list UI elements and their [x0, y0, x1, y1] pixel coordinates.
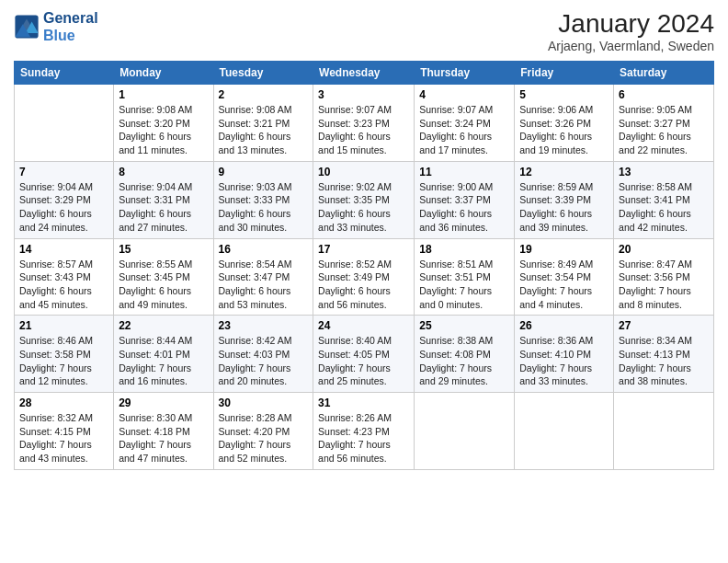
day-cell: 1Sunrise: 9:08 AMSunset: 3:20 PMDaylight… — [114, 85, 213, 162]
day-cell: 31Sunrise: 8:26 AMSunset: 4:23 PMDayligh… — [313, 393, 415, 470]
week-row-4: 21Sunrise: 8:46 AMSunset: 3:58 PMDayligh… — [15, 316, 714, 393]
day-cell: 26Sunrise: 8:36 AMSunset: 4:10 PMDayligh… — [515, 316, 614, 393]
day-number: 16 — [219, 243, 309, 256]
week-row-2: 7Sunrise: 9:04 AMSunset: 3:29 PMDaylight… — [15, 161, 714, 238]
day-number: 20 — [619, 243, 709, 256]
day-number: 31 — [318, 396, 409, 409]
day-info: Sunrise: 8:54 AMSunset: 3:47 PMDaylight:… — [219, 258, 309, 312]
day-info: Sunrise: 9:06 AMSunset: 3:26 PMDaylight:… — [519, 103, 609, 157]
day-info: Sunrise: 9:05 AMSunset: 3:27 PMDaylight:… — [619, 103, 709, 157]
day-cell: 25Sunrise: 8:38 AMSunset: 4:08 PMDayligh… — [415, 316, 515, 393]
day-cell: 15Sunrise: 8:55 AMSunset: 3:45 PMDayligh… — [114, 238, 213, 316]
day-cell: 3Sunrise: 9:07 AMSunset: 3:23 PMDaylight… — [313, 85, 415, 162]
day-info: Sunrise: 8:57 AMSunset: 3:43 PMDaylight:… — [19, 258, 108, 312]
day-cell: 6Sunrise: 9:05 AMSunset: 3:27 PMDaylight… — [614, 85, 714, 162]
day-number: 15 — [119, 243, 208, 256]
day-number: 10 — [318, 166, 409, 178]
day-number: 23 — [219, 319, 309, 332]
logo-text: General Blue — [43, 9, 98, 44]
day-info: Sunrise: 8:59 AMSunset: 3:39 PMDaylight:… — [519, 180, 609, 235]
day-cell — [415, 393, 515, 470]
day-cell: 7Sunrise: 9:04 AMSunset: 3:29 PMDaylight… — [15, 161, 114, 238]
day-info: Sunrise: 8:47 AMSunset: 3:56 PMDaylight:… — [619, 258, 709, 312]
col-header-thursday: Thursday — [415, 62, 515, 85]
day-cell: 27Sunrise: 8:34 AMSunset: 4:13 PMDayligh… — [614, 316, 714, 393]
day-cell — [515, 393, 614, 470]
day-info: Sunrise: 8:38 AMSunset: 4:08 PMDaylight:… — [419, 334, 509, 388]
day-cell — [614, 393, 714, 470]
day-info: Sunrise: 8:52 AMSunset: 3:49 PMDaylight:… — [318, 258, 409, 312]
day-cell: 5Sunrise: 9:06 AMSunset: 3:26 PMDaylight… — [515, 85, 614, 162]
week-row-5: 28Sunrise: 8:32 AMSunset: 4:15 PMDayligh… — [15, 393, 714, 470]
calendar-table: SundayMondayTuesdayWednesdayThursdayFrid… — [14, 61, 714, 470]
day-cell: 13Sunrise: 8:58 AMSunset: 3:41 PMDayligh… — [614, 161, 714, 238]
day-info: Sunrise: 8:46 AMSunset: 3:58 PMDaylight:… — [19, 334, 108, 388]
title-block: January 2024 Arjaeng, Vaermland, Sweden — [548, 9, 714, 53]
day-number: 29 — [119, 396, 208, 409]
day-number: 26 — [519, 319, 609, 332]
day-cell: 29Sunrise: 8:30 AMSunset: 4:18 PMDayligh… — [114, 393, 213, 470]
day-cell: 12Sunrise: 8:59 AMSunset: 3:39 PMDayligh… — [515, 161, 614, 238]
day-cell: 30Sunrise: 8:28 AMSunset: 4:20 PMDayligh… — [213, 393, 313, 470]
col-header-monday: Monday — [114, 62, 213, 85]
page: General Blue January 2024 Arjaeng, Vaerm… — [0, 0, 728, 563]
day-info: Sunrise: 8:58 AMSunset: 3:41 PMDaylight:… — [619, 180, 709, 235]
day-cell: 10Sunrise: 9:02 AMSunset: 3:35 PMDayligh… — [313, 161, 415, 238]
day-info: Sunrise: 8:51 AMSunset: 3:51 PMDaylight:… — [419, 258, 509, 312]
day-number: 19 — [519, 243, 609, 256]
day-cell: 23Sunrise: 8:42 AMSunset: 4:03 PMDayligh… — [213, 316, 313, 393]
day-number: 11 — [419, 166, 509, 178]
day-cell: 28Sunrise: 8:32 AMSunset: 4:15 PMDayligh… — [15, 393, 114, 470]
day-number: 27 — [619, 319, 709, 332]
day-info: Sunrise: 8:32 AMSunset: 4:15 PMDaylight:… — [19, 411, 108, 465]
day-info: Sunrise: 9:04 AMSunset: 3:31 PMDaylight:… — [119, 180, 208, 235]
day-cell: 22Sunrise: 8:44 AMSunset: 4:01 PMDayligh… — [114, 316, 213, 393]
day-cell: 9Sunrise: 9:03 AMSunset: 3:33 PMDaylight… — [213, 161, 313, 238]
day-info: Sunrise: 9:07 AMSunset: 3:23 PMDaylight:… — [318, 103, 409, 157]
day-cell: 17Sunrise: 8:52 AMSunset: 3:49 PMDayligh… — [313, 238, 415, 316]
day-info: Sunrise: 9:02 AMSunset: 3:35 PMDaylight:… — [318, 180, 409, 235]
day-cell: 2Sunrise: 9:08 AMSunset: 3:21 PMDaylight… — [213, 85, 313, 162]
logo: General Blue — [14, 9, 98, 44]
day-number: 5 — [519, 88, 609, 101]
day-cell — [15, 85, 114, 162]
day-info: Sunrise: 9:00 AMSunset: 3:37 PMDaylight:… — [419, 180, 509, 235]
day-number: 24 — [318, 319, 409, 332]
week-row-3: 14Sunrise: 8:57 AMSunset: 3:43 PMDayligh… — [15, 238, 714, 316]
week-row-1: 1Sunrise: 9:08 AMSunset: 3:20 PMDaylight… — [15, 85, 714, 162]
day-info: Sunrise: 8:26 AMSunset: 4:23 PMDaylight:… — [318, 411, 409, 465]
day-info: Sunrise: 9:04 AMSunset: 3:29 PMDaylight:… — [19, 180, 108, 235]
day-number: 2 — [219, 88, 309, 101]
day-number: 12 — [519, 166, 609, 178]
header: General Blue January 2024 Arjaeng, Vaerm… — [14, 9, 714, 53]
day-number: 9 — [219, 166, 309, 178]
day-number: 17 — [318, 243, 409, 256]
day-cell: 14Sunrise: 8:57 AMSunset: 3:43 PMDayligh… — [15, 238, 114, 316]
day-number: 4 — [419, 88, 509, 101]
day-info: Sunrise: 8:44 AMSunset: 4:01 PMDaylight:… — [119, 334, 208, 388]
calendar-header-row: SundayMondayTuesdayWednesdayThursdayFrid… — [15, 62, 714, 85]
day-cell: 4Sunrise: 9:07 AMSunset: 3:24 PMDaylight… — [415, 85, 515, 162]
day-number: 30 — [219, 396, 309, 409]
day-number: 6 — [619, 88, 709, 101]
day-info: Sunrise: 8:30 AMSunset: 4:18 PMDaylight:… — [119, 411, 208, 465]
day-info: Sunrise: 8:55 AMSunset: 3:45 PMDaylight:… — [119, 258, 208, 312]
day-info: Sunrise: 8:42 AMSunset: 4:03 PMDaylight:… — [219, 334, 309, 388]
day-cell: 11Sunrise: 9:00 AMSunset: 3:37 PMDayligh… — [415, 161, 515, 238]
day-number: 1 — [119, 88, 208, 101]
day-number: 25 — [419, 319, 509, 332]
day-cell: 19Sunrise: 8:49 AMSunset: 3:54 PMDayligh… — [515, 238, 614, 316]
day-cell: 18Sunrise: 8:51 AMSunset: 3:51 PMDayligh… — [415, 238, 515, 316]
day-info: Sunrise: 8:49 AMSunset: 3:54 PMDaylight:… — [519, 258, 609, 312]
day-number: 22 — [119, 319, 208, 332]
col-header-saturday: Saturday — [614, 62, 714, 85]
day-number: 28 — [19, 396, 108, 409]
day-number: 14 — [19, 243, 108, 256]
col-header-tuesday: Tuesday — [213, 62, 313, 85]
day-number: 13 — [619, 166, 709, 178]
day-info: Sunrise: 9:03 AMSunset: 3:33 PMDaylight:… — [219, 180, 309, 235]
day-info: Sunrise: 8:36 AMSunset: 4:10 PMDaylight:… — [519, 334, 609, 388]
day-info: Sunrise: 8:28 AMSunset: 4:20 PMDaylight:… — [219, 411, 309, 465]
day-number: 3 — [318, 88, 409, 101]
day-cell: 20Sunrise: 8:47 AMSunset: 3:56 PMDayligh… — [614, 238, 714, 316]
